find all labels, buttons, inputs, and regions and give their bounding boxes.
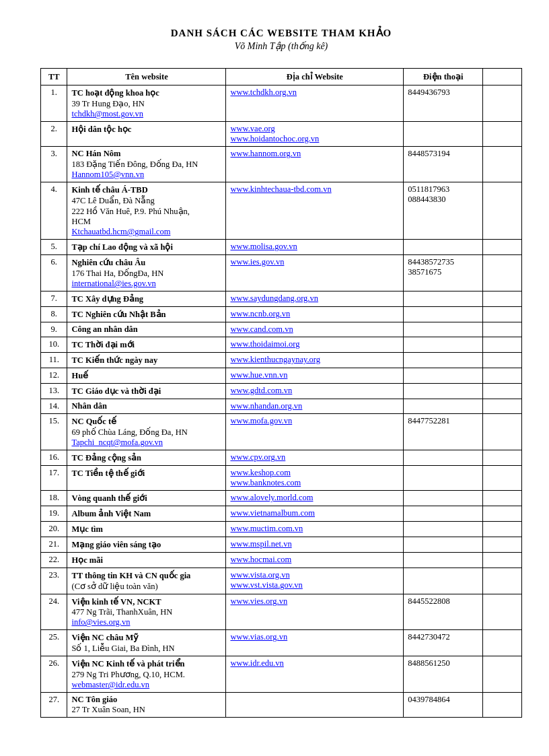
cell-website: www.vietnamalbum.com xyxy=(226,506,404,522)
cell-extra xyxy=(483,384,522,399)
cell-phone xyxy=(404,491,483,506)
cell-tt: 26. xyxy=(41,656,67,693)
website-link[interactable]: www.vietnamalbum.com xyxy=(230,508,315,518)
website-link[interactable]: www.cand.com.vn xyxy=(230,324,293,334)
cell-tt: 21. xyxy=(41,537,67,553)
website-link[interactable]: www.mspil.net.vn xyxy=(230,539,291,549)
cell-phone: 8449436793 xyxy=(404,85,483,122)
col-header-tt: TT xyxy=(41,69,67,85)
name-email-link[interactable]: webmaster@idr.edu.vn xyxy=(71,680,149,689)
table-row: 17.TC Tiền tệ thế giớiwww.keshop.comwww.… xyxy=(41,466,522,491)
cell-phone xyxy=(404,506,483,522)
website-link[interactable]: www.vies.org.vn xyxy=(230,596,287,606)
website-link[interactable]: www.kienthucngaynay.org xyxy=(230,355,320,364)
name-email-link[interactable]: Ktchauatbd.hcm@gmail.com xyxy=(71,227,170,236)
cell-tt: 17. xyxy=(41,466,67,491)
website-link[interactable]: www.hue.vnn.vn xyxy=(230,370,287,380)
website-link[interactable]: www.hoidantochoc.org.vn xyxy=(230,134,319,143)
website-link[interactable]: www.nhandan.org.vn xyxy=(230,401,302,411)
website-link[interactable]: www.hannom.org.vn xyxy=(230,149,301,158)
name-extra-text: 279 Ng Tri Phương, Q.10, HCM. xyxy=(71,670,184,679)
name-bold: TT thông tin KH và CN quốc gia xyxy=(71,571,190,580)
website-link[interactable]: www.mofa.gov.vn xyxy=(230,416,292,425)
table-row: 11.TC Kiến thức ngày naywww.kienthucngay… xyxy=(41,353,522,368)
table-row: 7.TC Xây dựng Đảngwww.saydungdang.org.vn xyxy=(41,291,522,307)
cell-phone xyxy=(404,322,483,337)
website-link[interactable]: www.vae.org xyxy=(230,124,274,133)
cell-tt: 4. xyxy=(41,182,67,240)
name-extra-text: 183 Đặng Tiến Đông, Đống Đa, HN xyxy=(71,160,198,169)
table-row: 24.Viện kinh tế VN, NCKT477 Ng Trãi, Tha… xyxy=(41,594,522,630)
name-bold: Vòng quanh thế giới xyxy=(71,493,147,503)
website-link[interactable]: www.ncnb.org.vn xyxy=(230,309,290,318)
name-extra-text: 69 phố Chùa Láng, Đống Đa, HN xyxy=(71,427,187,437)
cell-phone: 8443857273538571675 xyxy=(404,255,483,291)
cell-tt: 5. xyxy=(41,240,67,255)
cell-website: www.vae.orgwww.hoidantochoc.org.vn xyxy=(226,122,404,147)
cell-website: www.hannom.org.vn xyxy=(226,147,404,182)
cell-phone: 0511817963088443830 xyxy=(404,182,483,240)
name-email-link[interactable]: international@ies.gov.vn xyxy=(71,279,155,288)
cell-name: NC Quốc tế69 phố Chùa Láng, Đống Đa, HNT… xyxy=(67,414,226,450)
cell-phone xyxy=(404,384,483,399)
website-link[interactable]: www.saydungdang.org.vn xyxy=(230,294,318,303)
table-row: 15.NC Quốc tế69 phố Chùa Láng, Đống Đa, … xyxy=(41,414,522,450)
cell-name: Vòng quanh thế giới xyxy=(67,491,226,506)
name-email-link[interactable]: tchdkh@most.gov.vn xyxy=(71,109,143,118)
name-bold: TC Thời đại mới xyxy=(71,340,135,349)
cell-website: www.kinhtechaua-tbd.com.vn xyxy=(226,182,404,240)
cell-extra xyxy=(483,368,522,384)
website-link[interactable]: www.molisa.gov.vn xyxy=(230,242,297,251)
website-link[interactable]: www.idr.edu.vn xyxy=(230,658,283,668)
cell-name: Nhân dân xyxy=(67,399,226,414)
cell-phone xyxy=(404,522,483,537)
website-link[interactable]: www.keshop.com xyxy=(230,468,290,477)
cell-website: www.vias.org.vn xyxy=(226,630,404,656)
cell-extra xyxy=(483,255,522,291)
cell-name: Viện NC Kinh tế và phát triển279 Ng Tri … xyxy=(67,656,226,693)
cell-website: www.saydungdang.org.vn xyxy=(226,291,404,307)
website-link[interactable]: www.alovely.morld.com xyxy=(230,493,313,502)
website-link[interactable]: www.gdtd.com.vn xyxy=(230,386,292,395)
table-row: 6.Nghiên cứu châu Âu176 Thai Ha, ĐốngĐa,… xyxy=(41,255,522,291)
website-link[interactable]: www.muctim.com.vn xyxy=(230,524,303,533)
cell-tt: 16. xyxy=(41,450,67,466)
cell-tt: 19. xyxy=(41,506,67,522)
name-bold: NC Quốc tế xyxy=(71,417,116,426)
name-bold: Huế xyxy=(71,371,88,380)
cell-phone: 8445522808 xyxy=(404,594,483,630)
website-link[interactable]: www.vst.vista.gov.vn xyxy=(230,580,302,590)
cell-tt: 2. xyxy=(41,122,67,147)
cell-website: www.idr.edu.vn xyxy=(226,656,404,693)
cell-phone xyxy=(404,291,483,307)
website-link[interactable]: www.banknotes.com xyxy=(230,478,301,487)
website-link[interactable]: www.tchdkh.org.vn xyxy=(230,88,297,97)
cell-extra xyxy=(483,85,522,122)
name-extra-text: 47C Lê Duẩn, Đà Nẵng xyxy=(71,196,154,205)
table-row: 20.Mục tìmwww.muctim.com.vn xyxy=(41,522,522,537)
cell-tt: 1. xyxy=(41,85,67,122)
website-link[interactable]: www.thoidaimoi.org xyxy=(230,339,299,349)
name-extra-text: 477 Ng Trãi, ThanhXuân, HN xyxy=(71,607,172,617)
cell-website: www.keshop.comwww.banknotes.com xyxy=(226,466,404,491)
cell-extra xyxy=(483,414,522,450)
website-link[interactable]: www.vias.org.vn xyxy=(230,632,287,642)
website-link[interactable]: www.hocmai.com xyxy=(230,555,291,564)
cell-phone: 8442730472 xyxy=(404,630,483,656)
cell-website: www.vista.org.vnwww.vst.vista.gov.vn xyxy=(226,568,404,594)
cell-website: www.ies.gov.vn xyxy=(226,255,404,291)
table-row: 2.Hội dân tộc họcwww.vae.orgwww.hoidanto… xyxy=(41,122,522,147)
website-link[interactable]: www.cpv.org.vn xyxy=(230,452,285,462)
table-row: 10.TC Thời đại mớiwww.thoidaimoi.org xyxy=(41,337,522,353)
website-link[interactable]: www.vista.org.vn xyxy=(230,570,289,580)
table-row: 23.TT thông tin KH và CN quốc gia(Cơ sở … xyxy=(41,568,522,594)
col-header-dia-chi: Địa chỉ Website xyxy=(226,69,404,85)
cell-tt: 18. xyxy=(41,491,67,506)
website-link[interactable]: www.kinhtechaua-tbd.com.vn xyxy=(230,184,331,194)
website-link[interactable]: www.ies.gov.vn xyxy=(230,257,284,267)
cell-name: Tạp chí Lao động và xã hội xyxy=(67,240,226,255)
name-email-link[interactable]: Hannom105@vnn.vn xyxy=(71,170,144,179)
name-email-link[interactable]: info@vies.org.vn xyxy=(71,617,130,627)
cell-tt: 15. xyxy=(41,414,67,450)
name-email-link[interactable]: Tapchi_ncqt@mofa.gov.vn xyxy=(71,438,163,447)
